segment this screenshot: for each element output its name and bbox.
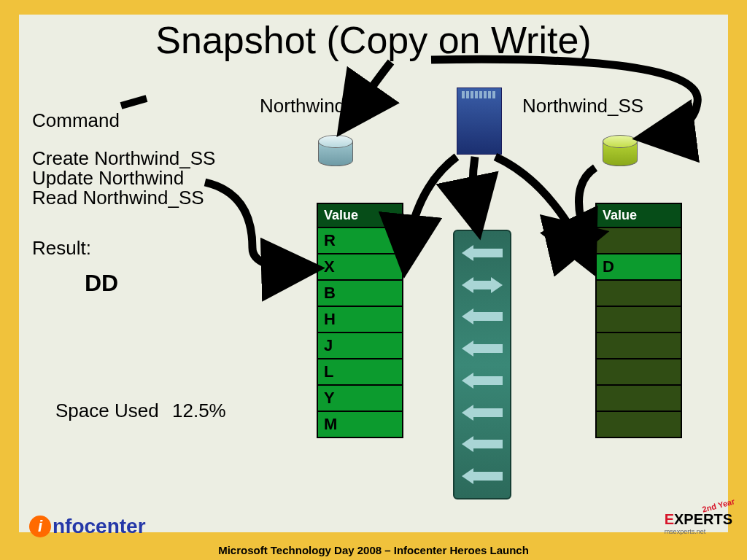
label-command: Command [32,109,120,132]
table-header: Value [318,204,402,228]
label-space-used: Space Used [55,400,159,422]
slide-canvas: Snapshot (Copy on Write) Command Create … [19,15,728,532]
double-arrow-icon [462,277,503,293]
space-used-value: 12.5% [172,400,226,422]
table-row: L [318,359,402,386]
table-row: M [318,412,402,437]
result-value: DD [85,270,118,297]
footer-text: Microsoft Technology Day 2008 – Infocent… [0,541,747,560]
label-result: Result: [32,237,91,260]
table-row: R [318,228,402,254]
table-row [597,359,681,386]
table-row: Y [318,386,402,412]
command-3: Read Northwind_SS [32,187,204,209]
slide-title: Snapshot (Copy on Write) [19,18,728,62]
table-row: B [318,281,402,307]
left-arrow-icon [462,373,503,389]
northwind-table: Value R X B H J L Y M [317,203,403,438]
table-row [597,386,681,412]
infocenter-logo: infocenter [29,515,146,538]
label-northwind: Northwind [260,95,345,117]
label-northwind-ss: Northwind_SS [522,95,643,117]
table-header: Value [597,204,681,228]
logo-bullet-icon: i [29,516,51,537]
left-arrow-icon [462,405,503,421]
database-snapshot-icon [603,135,636,171]
table-row: X [318,254,402,281]
left-arrow-icon [462,341,503,357]
table-row [597,412,681,437]
table-row: H [318,307,402,333]
left-arrow-icon [462,308,503,324]
table-row [597,228,681,254]
table-row [597,333,681,359]
left-arrow-icon [462,468,503,484]
experts-logo: 2nd Year EXPERTS msexperts.net [665,511,732,535]
table-row [597,281,681,307]
table-row: D [597,254,681,281]
left-arrow-icon [462,436,503,452]
table-row [597,307,681,333]
table-row: J [318,333,402,359]
left-arrow-icon [462,245,503,261]
database-icon [318,135,352,171]
pointer-column [453,230,511,499]
snapshot-table: Value D [595,203,682,438]
server-icon [457,88,502,155]
